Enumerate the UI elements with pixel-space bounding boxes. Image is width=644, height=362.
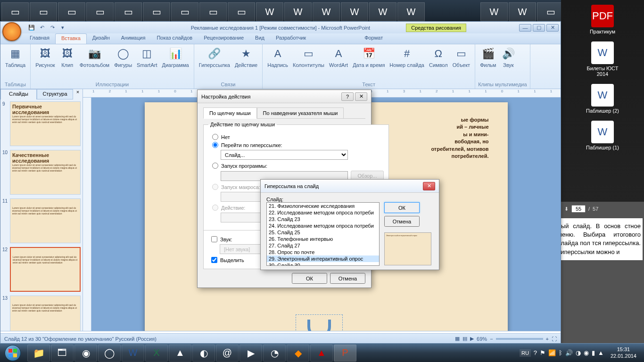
dialog-help-button[interactable]: ?: [341, 92, 354, 101]
tab-animation[interactable]: Анимация: [116, 33, 151, 44]
zoom-value[interactable]: 69%: [477, 336, 487, 342]
dialog2-cancel-button[interactable]: Отмена: [384, 216, 420, 227]
tray-bluetooth-icon[interactable]: ᛒ: [559, 349, 562, 356]
highlight-label[interactable]: Выделить: [220, 257, 244, 263]
ribbon-надпись-button[interactable]: AНадпись: [265, 45, 290, 82]
desktop-icon[interactable]: PDFПрактикум: [584, 5, 621, 34]
thumb-item[interactable]: W: [341, 2, 368, 21]
ribbon-фильм-button[interactable]: 🎬Фильм: [478, 45, 498, 82]
slide-thumbnail[interactable]: 11Lorem ipsum dolor sit amet consectetur…: [2, 198, 81, 243]
ribbon-фотоальбом-button[interactable]: 📷Фотоальбом: [78, 45, 112, 82]
start-button[interactable]: [0, 344, 25, 362]
slide-list-item[interactable]: 27. Слайд 27: [267, 242, 379, 249]
thumb-item[interactable]: ▭: [143, 2, 170, 21]
ribbon-диаграмма-button[interactable]: 📊Диаграмма: [160, 45, 191, 82]
slide-list-item[interactable]: 21. Физиологические исследования: [267, 203, 379, 209]
thumbnails[interactable]: 9Первичные исследованияLorem ipsum dolor…: [0, 99, 83, 331]
pdf-page-input[interactable]: [571, 205, 586, 213]
thumb-item[interactable]: ▭: [58, 2, 85, 21]
view-normal-icon[interactable]: ▦: [455, 336, 460, 342]
sound-label[interactable]: Звук:: [220, 237, 232, 242]
ribbon-звук-button[interactable]: 🔊Звук: [499, 45, 518, 82]
hyperlink-select[interactable]: Слайд...: [221, 150, 348, 160]
dialog2-ok-button[interactable]: ОК: [384, 202, 420, 213]
taskbar-app-icon[interactable]: ◐: [192, 345, 215, 362]
tray-icon[interactable]: ◉: [584, 349, 589, 356]
tab-design[interactable]: Дизайн: [87, 33, 116, 44]
ribbon-гиперссылка-button[interactable]: 🔗Гиперссылка: [197, 45, 232, 82]
slide-thumbnail[interactable]: 9Первичные исследованияLorem ipsum dolor…: [2, 101, 81, 146]
thumb-item[interactable]: ▭: [86, 2, 114, 21]
slides-tab[interactable]: Слайды: [0, 89, 37, 99]
selected-shape[interactable]: [296, 314, 343, 331]
ribbon-символ-button[interactable]: ΩСимвол: [427, 45, 450, 82]
taskbar-app-icon[interactable]: ▲: [169, 345, 191, 362]
thumb-item[interactable]: ▭: [1, 2, 29, 21]
tab-insert[interactable]: Вставка: [55, 33, 87, 44]
taskbar-app-icon[interactable]: ◆: [287, 345, 309, 362]
taskbar-excel-icon[interactable]: X: [145, 345, 168, 362]
radio-run-program-label[interactable]: Запуск программы:: [221, 163, 267, 169]
ribbon-действие-button[interactable]: ★Действие: [233, 45, 259, 82]
tab-format[interactable]: Формат: [359, 33, 388, 44]
slide-list-item[interactable]: 22. Исследование методом опроса потреби: [267, 209, 379, 216]
desktop-icon[interactable]: WБилеты ЮСТ 2014: [584, 41, 621, 77]
qa-more-icon[interactable]: ▾: [58, 23, 67, 33]
slide-list-item[interactable]: 30. Слайд 30: [267, 262, 379, 266]
tray-battery-icon[interactable]: ▮: [592, 349, 595, 356]
ribbon-фигуры-button[interactable]: ◯Фигуры: [112, 45, 134, 82]
ribbon-номер-слайда-button[interactable]: #Номер слайда: [388, 45, 426, 82]
ribbon-smartart-button[interactable]: ◫SmartArt: [135, 45, 159, 82]
radio-hyperlink[interactable]: [212, 142, 218, 148]
slide-list-item[interactable]: 23. Слайд 23: [267, 216, 379, 222]
fit-icon[interactable]: ⛶: [552, 336, 557, 342]
ribbon-рисунок-button[interactable]: 🖼Рисунок: [33, 45, 57, 82]
tray-help-icon[interactable]: ?: [534, 349, 537, 356]
undo-icon[interactable]: ↶: [37, 23, 47, 33]
dialog-tab-click[interactable]: По щелчку мыши: [203, 107, 257, 119]
taskbar-app-icon[interactable]: ◉: [74, 345, 97, 362]
taskbar-clock[interactable]: 15:31 22.01.2014: [607, 346, 640, 359]
pdf-nav-down-icon[interactable]: ⬇: [564, 206, 569, 212]
ribbon-таблица-button[interactable]: ▦Таблица: [3, 45, 27, 82]
desktop-icon[interactable]: WПаблишер (1): [584, 121, 621, 150]
tab-review[interactable]: Рецензирование: [198, 33, 249, 44]
thumb-item[interactable]: W: [369, 2, 396, 21]
tray-icon[interactable]: ▲: [598, 349, 604, 356]
view-slideshow-icon[interactable]: ▶: [470, 336, 474, 342]
tab-slideshow[interactable]: Показ слайдов: [151, 33, 198, 44]
tab-home[interactable]: Главная: [24, 33, 55, 44]
thumb-item[interactable]: ▭: [199, 2, 227, 21]
taskbar-explorer-icon[interactable]: 📁: [27, 345, 50, 362]
tray-volume-icon[interactable]: 🔊: [565, 349, 573, 356]
slide-thumbnail[interactable]: 12Lorem ipsum dolor sit amet consectetur…: [2, 247, 81, 292]
slide-list-item[interactable]: 26. Телефонные интервью: [267, 236, 379, 242]
save-icon[interactable]: 💾: [27, 23, 36, 33]
thumb-item[interactable]: ▭: [228, 2, 255, 21]
outline-tab[interactable]: Структура: [37, 89, 73, 99]
slide-list-item[interactable]: 29. Электронный интерактивный опрос: [267, 255, 379, 262]
redo-icon[interactable]: ↷: [48, 23, 57, 33]
thumb-item[interactable]: ▭: [171, 2, 198, 21]
titlebar[interactable]: 💾 ↶ ↷ ▾ Рекламные исследования 1 [Режим …: [0, 22, 561, 33]
zoom-slider[interactable]: [496, 338, 543, 340]
ribbon-клип-button[interactable]: 🖼Клип: [58, 45, 77, 82]
tray-icon[interactable]: ◑: [576, 349, 581, 356]
taskbar-pdf-icon[interactable]: ▲: [310, 345, 333, 362]
ribbon-wordart-button[interactable]: AWordArt: [327, 45, 350, 82]
radio-none[interactable]: [212, 134, 218, 140]
sound-checkbox[interactable]: [211, 236, 217, 242]
taskbar-media-icon[interactable]: ▶: [239, 345, 262, 362]
slide-list-item[interactable]: 28. Опрос по почте: [267, 249, 379, 255]
taskbar-app-icon[interactable]: ◔: [263, 345, 286, 362]
highlight-checkbox[interactable]: [211, 257, 217, 263]
close-button[interactable]: ✕: [546, 24, 559, 32]
ribbon-колонтитулы-button[interactable]: ▭Колонтитулы: [291, 45, 326, 82]
thumb-item[interactable]: W: [509, 2, 536, 21]
panel-close-icon[interactable]: ×: [73, 89, 83, 99]
minimize-button[interactable]: —: [519, 24, 531, 32]
language-indicator[interactable]: RU: [520, 349, 531, 357]
thumb-item[interactable]: W: [313, 2, 340, 21]
taskbar-mail-icon[interactable]: @: [216, 345, 239, 362]
taskbar-app-icon[interactable]: 🗔: [51, 345, 74, 362]
